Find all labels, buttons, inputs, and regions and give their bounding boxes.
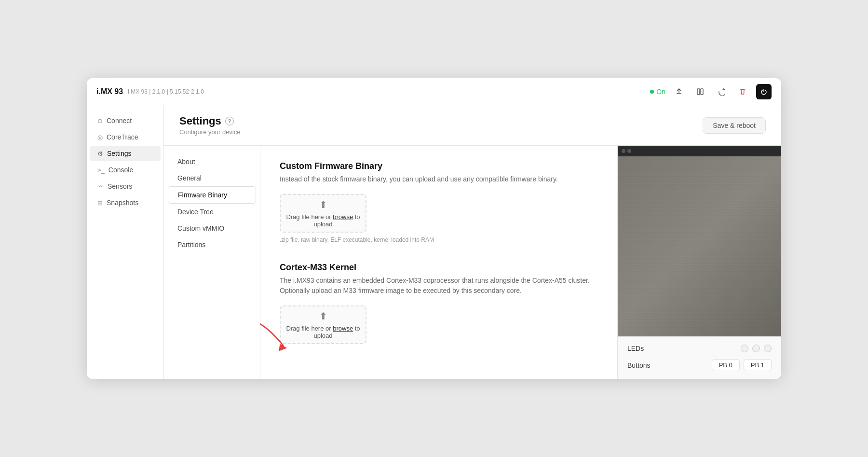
- save-reboot-button[interactable]: Save & reboot: [703, 117, 766, 134]
- settings-icon: ⚙: [97, 150, 103, 157]
- content-header: Settings ? Configure your device Save & …: [164, 105, 781, 146]
- cortex-upload-icon: ⬆: [319, 310, 327, 322]
- svg-rect-0: [697, 89, 700, 95]
- led-1: [752, 345, 760, 352]
- sub-nav-partitions[interactable]: Partitions: [168, 236, 256, 253]
- sidebar-item-label: Sensors: [108, 182, 132, 190]
- cortex-browse-link[interactable]: browse: [333, 325, 353, 332]
- header-left: i.MX 93 i.MX 93 | 2.1.0 | 5.15.52-2.1.0: [96, 87, 204, 96]
- led-2: [764, 345, 772, 352]
- sidebar-item-label: Settings: [107, 150, 132, 157]
- app-window: i.MX 93 i.MX 93 | 2.1.0 | 5.15.52-2.1.0 …: [87, 78, 781, 379]
- sub-sidebar: About General Firmware Binary Device Tre…: [164, 146, 260, 379]
- share-button[interactable]: [671, 84, 687, 99]
- browse-link[interactable]: browse: [333, 213, 353, 221]
- connect-icon: ⊙: [97, 117, 103, 125]
- main-content: Custom Firmware Binary Instead of the st…: [260, 146, 617, 379]
- sub-nav-general[interactable]: General: [168, 170, 256, 186]
- leds-label: LEDs: [627, 345, 644, 352]
- hw-buttons: PB 0 PB 1: [712, 359, 772, 371]
- status-badge: On: [650, 88, 665, 96]
- refresh-button[interactable]: [714, 84, 729, 99]
- cortex-upload-text: Drag file here or browse to upload: [281, 325, 366, 339]
- console-icon: >_: [97, 166, 105, 174]
- header: i.MX 93 i.MX 93 | 2.1.0 | 5.15.52-2.1.0 …: [87, 78, 781, 105]
- led-0: [741, 345, 748, 352]
- leds-buttons-area: LEDs Buttons PB 0 PB 1: [618, 336, 781, 379]
- sidebar-item-label: Snapshots: [107, 199, 138, 207]
- leds-row: LEDs: [627, 345, 772, 352]
- app-meta: i.MX 93 | 2.1.0 | 5.15.52-2.1.0: [128, 88, 204, 95]
- buttons-label: Buttons: [627, 361, 650, 369]
- right-panel: LEDs Buttons PB 0 PB 1: [617, 146, 781, 379]
- status-dot: [650, 90, 654, 94]
- cortex-section-title: Cortex-M33 Kernel: [280, 263, 598, 273]
- coretrace-icon: ◎: [97, 134, 103, 141]
- sidebar-item-label: CoreTrace: [107, 133, 138, 141]
- app-title: i.MX 93: [96, 87, 123, 96]
- cortex-section: Cortex-M33 Kernel The i.MX93 contains an…: [280, 263, 598, 344]
- file-types-label: .zip file, raw binary, ELF executable, k…: [280, 236, 598, 243]
- preview-topbar: [618, 146, 781, 156]
- firmware-section-desc: Instead of the stock firmware binary, yo…: [280, 174, 598, 184]
- sidebar-item-connect[interactable]: ⊙ Connect: [90, 113, 161, 128]
- upload-text: Drag file here or browse to upload: [281, 213, 366, 228]
- svg-rect-1: [701, 89, 703, 95]
- sub-nav-device-tree[interactable]: Device Tree: [168, 204, 256, 220]
- content-area: Settings ? Configure your device Save & …: [164, 105, 781, 379]
- preview-area: [618, 146, 781, 336]
- upload-icon: ⬆: [319, 199, 327, 210]
- help-icon[interactable]: ?: [225, 117, 234, 125]
- inner-layout: About General Firmware Binary Device Tre…: [164, 146, 781, 379]
- sidebar-item-sensors[interactable]: 〰 Sensors: [90, 179, 161, 194]
- header-right: On: [650, 84, 772, 99]
- firmware-section-title: Custom Firmware Binary: [280, 161, 598, 171]
- sub-nav-firmware-binary[interactable]: Firmware Binary: [168, 186, 256, 204]
- sidebar-item-coretrace[interactable]: ◎ CoreTrace: [90, 129, 161, 145]
- snapshots-icon: ⊞: [97, 199, 103, 207]
- page-title: Settings ?: [179, 115, 240, 127]
- leds-circles: [741, 345, 772, 352]
- cortex-upload-zone[interactable]: ⬆ Drag file here or browse to upload: [280, 305, 366, 344]
- sidebar-item-settings[interactable]: ⚙ Settings: [90, 146, 161, 161]
- content-header-left: Settings ? Configure your device: [179, 115, 240, 136]
- delete-button[interactable]: [735, 84, 750, 99]
- firmware-binary-section: Custom Firmware Binary Instead of the st…: [280, 161, 598, 243]
- sidebar: ⊙ Connect ◎ CoreTrace ⚙ Settings >_ Cons…: [87, 105, 164, 379]
- sidebar-item-label: Console: [108, 166, 133, 174]
- main-layout: ⊙ Connect ◎ CoreTrace ⚙ Settings >_ Cons…: [87, 105, 781, 379]
- status-label: On: [656, 88, 665, 96]
- firmware-upload-zone[interactable]: ⬆ Drag file here or browse to upload: [280, 194, 366, 233]
- sub-nav-custom-vmmio[interactable]: Custom vMMIO: [168, 220, 256, 236]
- preview-screen: [618, 146, 781, 336]
- sidebar-item-console[interactable]: >_ Console: [90, 162, 161, 178]
- cortex-section-desc: The i.MX93 contains an embedded Cortex-M…: [280, 276, 598, 296]
- buttons-row: Buttons PB 0 PB 1: [627, 359, 772, 371]
- sidebar-item-snapshots[interactable]: ⊞ Snapshots: [90, 195, 161, 210]
- sensors-icon: 〰: [97, 183, 104, 190]
- page-subtitle: Configure your device: [179, 128, 240, 136]
- layout-button[interactable]: [692, 84, 708, 99]
- power-button[interactable]: [756, 84, 772, 99]
- sidebar-item-label: Connect: [107, 117, 132, 125]
- pb0-button[interactable]: PB 0: [712, 359, 740, 371]
- sub-nav-about[interactable]: About: [168, 153, 256, 170]
- pb1-button[interactable]: PB 1: [744, 359, 772, 371]
